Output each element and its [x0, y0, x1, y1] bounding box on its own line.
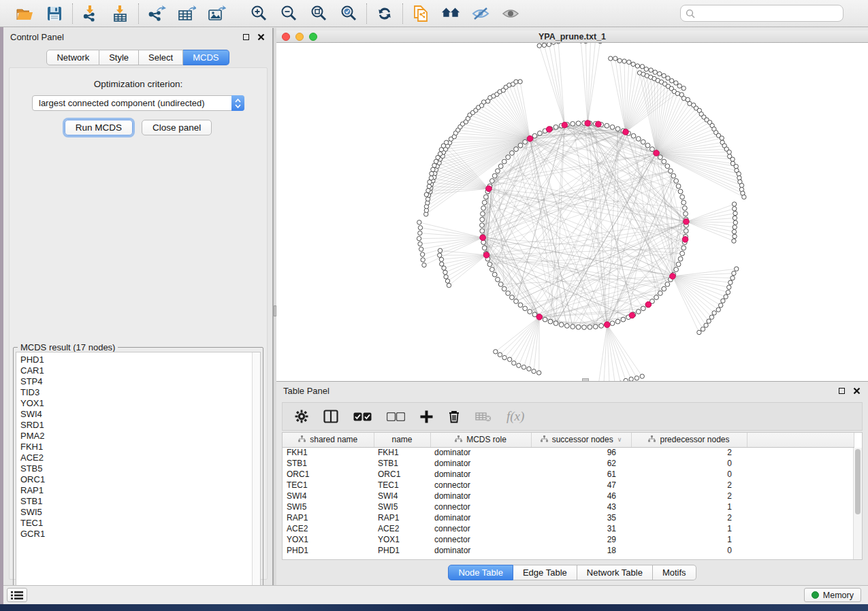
- graph-node[interactable]: [510, 295, 515, 300]
- graph-node[interactable]: [514, 147, 519, 152]
- graph-node[interactable]: [649, 68, 653, 72]
- table-row[interactable]: STB1STB1dominator620: [283, 458, 854, 469]
- graph-node[interactable]: [662, 286, 666, 291]
- cell[interactable]: RAP1: [283, 512, 374, 523]
- cell[interactable]: 2: [631, 491, 747, 501]
- cell[interactable]: 18: [531, 545, 631, 556]
- cell[interactable]: 46: [531, 491, 631, 501]
- float-panel-icon[interactable]: [241, 32, 251, 42]
- cell[interactable]: ORC1: [283, 469, 374, 480]
- graph-node[interactable]: [727, 285, 731, 289]
- graph-node[interactable]: [481, 212, 485, 216]
- graph-node[interactable]: [665, 164, 670, 169]
- graph-node[interactable]: [523, 139, 528, 144]
- graph-node[interactable]: [498, 164, 503, 169]
- graph-node[interactable]: [734, 164, 738, 168]
- result-node[interactable]: RAP1: [20, 485, 252, 496]
- mcds-node[interactable]: [604, 322, 610, 328]
- cell[interactable]: TEC1: [374, 480, 430, 491]
- graph-node[interactable]: [709, 315, 713, 319]
- graph-node[interactable]: [489, 179, 494, 184]
- graph-node[interactable]: [650, 147, 655, 152]
- table-scrollbar-thumb[interactable]: [855, 449, 861, 514]
- close-table-panel-icon[interactable]: [852, 386, 861, 395]
- tab-network[interactable]: Network: [46, 50, 99, 65]
- node-table[interactable]: shared namenameMCDS rolesuccessor nodes∨…: [282, 432, 863, 560]
- graph-node[interactable]: [417, 220, 421, 225]
- graph-node[interactable]: [418, 225, 422, 229]
- add-icon[interactable]: [420, 410, 433, 423]
- graph-node[interactable]: [682, 205, 687, 210]
- graph-node[interactable]: [431, 167, 435, 171]
- graph-node[interactable]: [442, 266, 446, 270]
- mcds-node[interactable]: [623, 129, 629, 135]
- graph-node[interactable]: [532, 369, 536, 374]
- result-node[interactable]: ACE2: [20, 452, 252, 463]
- graph-node[interactable]: [420, 252, 424, 257]
- mcds-node[interactable]: [483, 252, 489, 259]
- graph-node[interactable]: [498, 282, 503, 286]
- graph-node[interactable]: [481, 205, 486, 210]
- graph-node[interactable]: [559, 323, 564, 327]
- graph-node[interactable]: [427, 184, 431, 188]
- graph-node[interactable]: [707, 319, 711, 323]
- graph-node[interactable]: [430, 171, 434, 176]
- graph-node[interactable]: [598, 43, 602, 44]
- import-table-icon[interactable]: [111, 4, 130, 23]
- column-header[interactable]: name: [374, 433, 430, 447]
- table-row[interactable]: SWI5SWI5connector431: [283, 501, 854, 512]
- table-row[interactable]: ORC1ORC1dominator610: [283, 469, 854, 480]
- graph-node[interactable]: [426, 188, 430, 193]
- graph-node[interactable]: [681, 86, 686, 90]
- result-node[interactable]: TEC1: [20, 518, 252, 529]
- graph-node[interactable]: [439, 257, 443, 261]
- table-row[interactable]: ACE2ACE2connector311: [283, 523, 854, 534]
- graph-node[interactable]: [684, 212, 688, 216]
- graph-node[interactable]: [564, 323, 569, 328]
- cell[interactable]: FKH1: [283, 447, 374, 458]
- graph-node[interactable]: [527, 367, 531, 371]
- graph-node[interactable]: [674, 179, 679, 184]
- cell[interactable]: 0: [631, 469, 747, 480]
- graph-node[interactable]: [631, 62, 635, 66]
- cell[interactable]: dominator: [430, 469, 531, 480]
- zoom-fit-icon[interactable]: [309, 4, 328, 23]
- cell[interactable]: dominator: [430, 458, 531, 469]
- cell[interactable]: 29: [531, 534, 631, 545]
- mcds-node[interactable]: [645, 301, 652, 308]
- graph-node[interactable]: [662, 73, 666, 78]
- result-node[interactable]: SRD1: [20, 420, 252, 431]
- delete-icon[interactable]: [448, 410, 460, 423]
- table-row[interactable]: SWI4SWI4dominator462: [283, 491, 854, 501]
- graph-node[interactable]: [742, 195, 746, 199]
- graph-node[interactable]: [621, 317, 626, 322]
- graph-node[interactable]: [732, 239, 736, 243]
- graph-node[interactable]: [615, 127, 620, 131]
- graph-node[interactable]: [576, 325, 581, 329]
- graph-node[interactable]: [658, 71, 662, 76]
- graph-node[interactable]: [444, 275, 448, 279]
- graph-node[interactable]: [716, 308, 720, 312]
- graph-node[interactable]: [553, 321, 558, 326]
- result-scrollbar[interactable]: [252, 352, 260, 594]
- graph-node[interactable]: [523, 306, 528, 311]
- cell[interactable]: dominator: [430, 491, 531, 501]
- graph-node[interactable]: [737, 171, 741, 176]
- graph-node[interactable]: [418, 242, 422, 246]
- graph-node[interactable]: [635, 64, 639, 68]
- cell[interactable]: YOX1: [374, 534, 430, 545]
- cell[interactable]: TEC1: [283, 480, 374, 491]
- graph-node[interactable]: [506, 155, 511, 160]
- tab-style[interactable]: Style: [99, 50, 139, 65]
- cell[interactable]: STB1: [374, 458, 430, 469]
- graph-node[interactable]: [613, 56, 617, 61]
- graph-node[interactable]: [720, 136, 724, 140]
- graph-node[interactable]: [636, 310, 641, 314]
- graph-node[interactable]: [510, 151, 515, 156]
- graph-node[interactable]: [521, 365, 526, 369]
- result-node[interactable]: SWI4: [20, 409, 252, 420]
- result-node[interactable]: TID3: [20, 387, 252, 398]
- cell[interactable]: PHD1: [374, 545, 430, 556]
- import-network-icon[interactable]: [81, 4, 100, 23]
- cell[interactable]: connector: [430, 480, 531, 491]
